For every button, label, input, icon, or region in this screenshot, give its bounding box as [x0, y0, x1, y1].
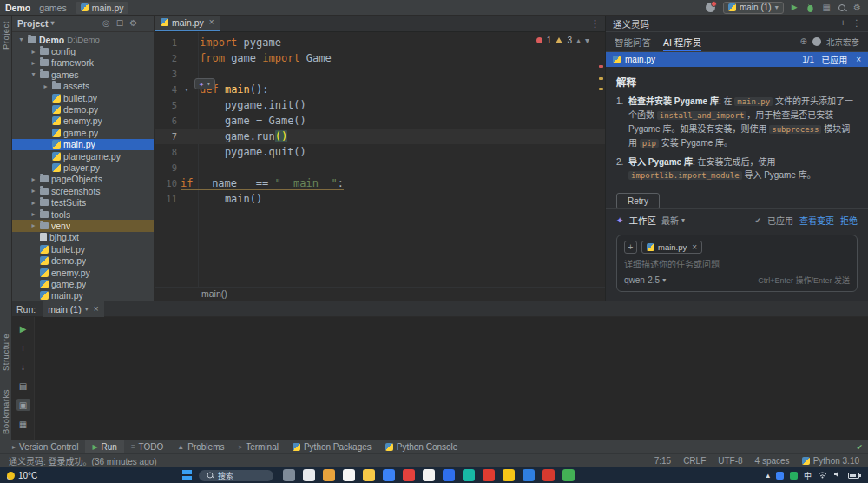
rerun-icon[interactable]: ▶ [16, 322, 30, 334]
tree-item[interactable]: main.py [12, 290, 154, 301]
tree-item[interactable]: ▸framework [12, 57, 154, 69]
tree-item[interactable]: ▸assets [12, 81, 154, 92]
taskbar-app-13[interactable] [523, 469, 535, 481]
tree-item[interactable]: bjhg.txt [12, 232, 154, 243]
interpreter-widget[interactable]: Python 3.10 [802, 456, 859, 466]
indent-style[interactable]: 4 spaces [755, 456, 790, 466]
file-encoding[interactable]: UTF-8 [718, 456, 742, 466]
error-stripe-mark[interactable] [599, 65, 603, 68]
profiler-button[interactable]: ▦ [823, 3, 831, 12]
soft-wrap-icon[interactable]: ▣ [16, 399, 30, 411]
chevron-icon[interactable]: ▸ [42, 83, 49, 90]
taskbar-app-4[interactable] [343, 469, 355, 481]
taskbar-search[interactable]: 搜索 [199, 470, 273, 481]
tree-item[interactable]: bullet.py [12, 243, 154, 255]
code-area[interactable]: 1import pygame2from game import Game34▾d… [155, 32, 605, 287]
weather-widget[interactable]: 10°C [0, 471, 37, 480]
tab-ai-programmer[interactable]: AI 程序员 [663, 32, 701, 51]
debug-button[interactable] [806, 3, 815, 13]
tree-item[interactable]: ▸testSuits [12, 196, 154, 208]
code-line[interactable]: 6 game = Game() [155, 113, 605, 129]
taskbar-app-12[interactable] [503, 469, 515, 481]
run-button[interactable]: ▶ [792, 3, 798, 11]
options-gear-icon[interactable]: ⚙ [129, 19, 137, 28]
scroll-to-end-icon[interactable]: ▦ [16, 418, 30, 430]
chevron-icon[interactable]: ▸ [30, 210, 37, 218]
battery-icon[interactable] [848, 473, 859, 479]
chevron-icon[interactable]: ▸ [30, 222, 37, 229]
taskbar-app-11[interactable] [483, 469, 495, 481]
tool-stripe-bookmarks[interactable]: Bookmarks [1, 389, 10, 434]
main-menu[interactable]: Demo [5, 3, 30, 13]
collapse-all-icon[interactable]: ⊟ [116, 19, 123, 28]
taskbar-app-5[interactable] [363, 469, 375, 481]
taskbar-app-7[interactable] [403, 469, 415, 481]
chat-input[interactable] [624, 260, 850, 269]
project-view-select[interactable]: Project ▾ [17, 18, 55, 29]
code-line[interactable]: 5 pygame.init() [155, 97, 605, 113]
code-line[interactable]: 7 game.run() [155, 129, 605, 144]
chevron-icon[interactable]: ▸ [30, 48, 37, 56]
tree-item[interactable]: player.py [12, 162, 154, 173]
add-session-icon[interactable]: ⊕ [800, 37, 807, 46]
tree-item[interactable]: ▸venv [12, 220, 154, 231]
close-file-bar-icon[interactable]: × [856, 55, 861, 64]
latest-filter[interactable]: 最新 ▾ [661, 214, 685, 227]
avatar[interactable] [812, 37, 821, 46]
tray-app-blue-icon[interactable] [776, 472, 784, 480]
code-line[interactable]: 3 [155, 66, 605, 82]
more-icon[interactable]: ⋮ [852, 19, 861, 28]
model-select[interactable]: qwen-2.5 ▾ [624, 275, 666, 285]
code-line[interactable]: 11 main() [155, 191, 605, 207]
fold-icon[interactable]: ▾ [177, 85, 196, 94]
tool-button-problems[interactable]: ▲Problems [170, 440, 231, 453]
tool-button-todo[interactable]: ≡TODO [124, 440, 170, 453]
editor-breadcrumb[interactable]: main() [155, 287, 605, 301]
locate-file-icon[interactable]: ◎ [102, 19, 110, 28]
tree-item[interactable]: main.py [12, 139, 154, 150]
tree-item[interactable]: enemy.py [12, 116, 154, 127]
new-chat-icon[interactable]: + [840, 19, 845, 28]
status-message[interactable]: 通义灵码: 登录成功。(36 minutes ago) [9, 454, 157, 467]
tool-stripe-structure[interactable]: Structure [1, 334, 10, 371]
warning-count[interactable]: 3 [567, 36, 572, 45]
notifications-icon[interactable]: ✔ [856, 443, 863, 452]
tree-item[interactable]: bullet.py [12, 92, 154, 103]
chevron-icon[interactable]: ▸ [30, 187, 37, 195]
tool-button-version-control[interactable]: ▸Version Control [5, 440, 85, 453]
tree-item[interactable]: ▸pageObjects [12, 174, 154, 185]
tree-item[interactable]: planegame.py [12, 150, 154, 162]
taskbar-app-2[interactable] [303, 469, 315, 481]
breadcrumb-file[interactable]: main.py [76, 2, 129, 14]
caret-position[interactable]: 7:15 [654, 456, 671, 466]
settings-button[interactable]: ⚙ [853, 3, 861, 12]
user-account-icon[interactable] [706, 3, 715, 12]
editor-options-icon[interactable]: ⋮ [590, 18, 600, 30]
context-chip-main-py[interactable]: main.py × [641, 241, 702, 254]
error-stripe[interactable] [596, 32, 605, 287]
chevron-icon[interactable]: ▸ [30, 175, 37, 183]
next-problem-icon[interactable]: ▾ [585, 36, 589, 45]
line-separator[interactable]: CRLF [683, 456, 706, 466]
run-config-select[interactable]: main (1) ▾ [723, 2, 784, 14]
tree-item[interactable]: demo.py [12, 255, 154, 266]
taskbar-app-15[interactable] [562, 469, 575, 481]
taskbar-app-3[interactable] [323, 469, 335, 481]
chevron-icon[interactable]: ▸ [30, 59, 37, 67]
taskbar-app-10[interactable] [463, 469, 475, 481]
prev-problem-icon[interactable]: ▴ [576, 36, 581, 45]
editor-tab-main-py[interactable]: main.py × [155, 15, 220, 31]
taskbar-app-6[interactable] [383, 469, 395, 481]
tool-button-python-packages[interactable]: Python Packages [286, 440, 378, 453]
tool-stripe-project[interactable]: Project [1, 21, 10, 50]
tree-item[interactable]: ▾games [12, 69, 154, 80]
taskbar-app-1[interactable] [283, 469, 295, 481]
tree-item[interactable]: game.py [12, 278, 154, 289]
run-console-output[interactable] [35, 317, 868, 440]
ime-indicator[interactable]: 中 [804, 470, 812, 481]
wifi-icon[interactable] [818, 470, 827, 480]
run-tab-main-1[interactable]: main (1) ▾ × [43, 301, 103, 317]
remove-chip-icon[interactable]: × [692, 242, 697, 252]
code-line[interactable]: 8 pygame.quit() [155, 144, 605, 160]
error-count[interactable]: 1 [547, 36, 552, 45]
